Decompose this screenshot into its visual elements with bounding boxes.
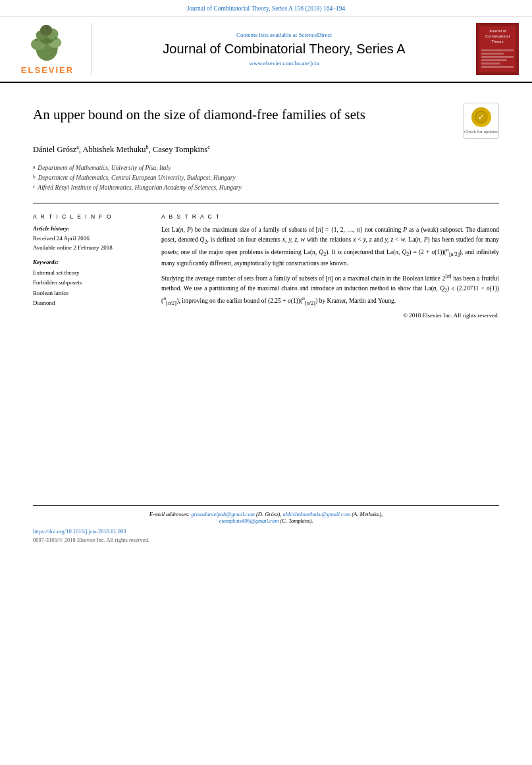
article-history-section: Article history: Received 24 April 2016 … [33, 225, 148, 252]
author-sup-b: b [146, 144, 149, 150]
email-tompkins[interactable]: ctompkins496@gmail.com [219, 517, 279, 524]
journal-cover-thumbnail: Journal of Combinatorial Theory [476, 23, 519, 75]
email-line: E-mail addresses: groazdanielpub@gmail.c… [33, 511, 499, 524]
keyword-4: Diamond [33, 298, 148, 308]
affiliation-c: c Alfréd Rényi Institute of Mathematics,… [33, 183, 499, 193]
abstract-paragraph-1: Let La(n, P) be the maximum size of a fa… [161, 225, 499, 269]
journal-reference-bar: Journal of Combinatorial Theory, Series … [0, 0, 532, 16]
author-sup-c: c [207, 144, 210, 150]
two-column-section: A R T I C L E I N F O Article history: R… [33, 213, 499, 321]
email-methuku[interactable]: abhishekmethuku@gmail.com [283, 511, 350, 517]
journal-url: www.elsevier.com/locate/jcta [250, 60, 319, 66]
available-date: Available online 2 February 2018 [33, 244, 148, 253]
abstract-label: A B S T R A C T [161, 213, 499, 220]
keyword-3: Boolean lattice [33, 288, 148, 298]
article-info-label: A R T I C L E I N F O [33, 213, 148, 220]
elsevier-logo: ELSEVIER [13, 23, 92, 75]
author-sup-a: a [76, 144, 79, 150]
received-date: Received 24 April 2016 [33, 234, 148, 244]
sciencedirect-link: Contents lists available at ScienceDirec… [236, 32, 332, 38]
doi-line[interactable]: https://doi.org/10.1016/j.jcta.2018.01.0… [33, 528, 499, 535]
svg-point-8 [36, 39, 38, 41]
affiliations: a Department of Mathematics, University … [33, 163, 499, 194]
svg-text:✓: ✓ [478, 113, 485, 122]
abstract-text: Let La(n, P) be the maximum size of a fa… [161, 225, 499, 321]
abstract-paragraph-2: Studying the average number of sets from… [161, 273, 499, 307]
issn-line: 0097-3165/© 2018 Elsevier Inc. All right… [33, 537, 499, 543]
keywords-label: Keywords: [33, 259, 148, 265]
article-history-label: Article history: [33, 225, 148, 232]
section-divider [33, 203, 499, 203]
sciencedirect-text: ScienceDirect [299, 32, 332, 38]
title-row: An upper bound on the size of diamond-fr… [33, 96, 499, 139]
svg-point-9 [55, 37, 57, 40]
journal-title-header: Journal of Combinatorial Theory, Series … [163, 41, 405, 57]
keywords-section: Keywords: Extremal set theory Forbidden … [33, 259, 148, 308]
article-info-column: A R T I C L E I N F O Article history: R… [33, 213, 148, 321]
affiliation-a: a Department of Mathematics, University … [33, 163, 499, 173]
main-content: An upper bound on the size of diamond-fr… [0, 83, 532, 556]
keyword-2: Forbidden subposets [33, 278, 148, 288]
check-updates-badge: ✓ Check for updates [463, 103, 499, 139]
svg-point-7 [40, 25, 52, 36]
header-area: ELSEVIER Contents lists available at Sci… [0, 16, 532, 83]
cover-title-text: Journal of Combinatorial Theory [481, 29, 514, 44]
journal-reference-text: Journal of Combinatorial Theory, Series … [187, 5, 346, 12]
page: Journal of Combinatorial Theory, Series … [0, 0, 532, 765]
affiliation-b: b Department of Mathematics, Central Eur… [33, 173, 499, 183]
abstract-column: A B S T R A C T Let La(n, P) be the maxi… [161, 213, 499, 321]
keyword-1: Extremal set theory [33, 268, 148, 278]
svg-point-10 [46, 27, 49, 30]
check-updates-label: Check for updates [464, 129, 498, 134]
journal-center: Contents lists available at ScienceDirec… [92, 23, 476, 75]
email-grosz[interactable]: groazdanielpub@gmail.com [191, 511, 255, 517]
authors-line: Dániel Grósza, Abhishek Methukub, Casey … [33, 144, 499, 155]
copyright-line: © 2018 Elsevier Inc. All rights reserved… [161, 311, 499, 321]
footnotes-area: E-mail addresses: groazdanielpub@gmail.c… [33, 505, 499, 543]
elsevier-brand-text: ELSEVIER [21, 65, 74, 75]
paper-title: An upper bound on the size of diamond-fr… [33, 106, 365, 124]
check-updates-icon: ✓ [471, 107, 491, 127]
